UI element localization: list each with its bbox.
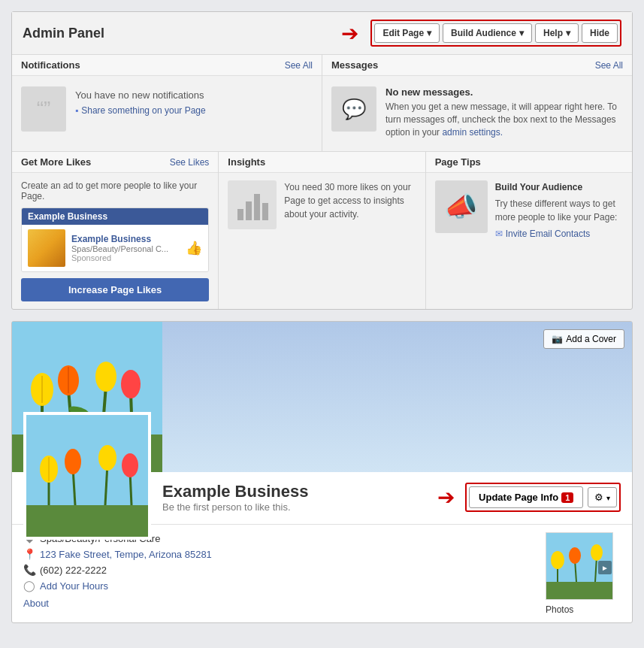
gear-settings-button[interactable]: ⚙ ▾ (588, 487, 617, 507)
profile-name-block: Example Business Be the first person to … (162, 482, 437, 513)
notifications-section: Notifications See All “” You have no new… (12, 55, 322, 151)
ad-biz-name: Example Business (28, 211, 107, 222)
profile-section: 📷 Add a Cover Example Busines (11, 321, 633, 623)
build-audience-text: Try these different ways to get more peo… (495, 197, 623, 224)
get-more-likes-header: Get More Likes See Likes (12, 152, 218, 173)
tips-text: Build Your Audience Try these different … (495, 180, 623, 241)
location-icon: 📍 (23, 548, 35, 560)
increase-page-likes-button[interactable]: Increase Page Likes (21, 278, 209, 301)
add-cover-button[interactable]: 📷 Add a Cover (543, 329, 624, 349)
example-biz-ad: Example Business Example Business Spas/B… (21, 207, 209, 272)
messages-icon: 💬 (331, 86, 376, 132)
messages-title: Messages (331, 59, 378, 71)
page-tips-col: Page Tips 📣 Build Your Audience Try thes… (426, 152, 632, 309)
svg-rect-1 (246, 201, 252, 220)
profile-photo (23, 412, 151, 540)
svg-rect-2 (254, 194, 260, 220)
insights-col: Insights You need 30 more likes on your … (219, 152, 425, 309)
profile-arrow-icon: ➔ (437, 485, 455, 510)
admin-panel-title: Admin Panel (23, 26, 104, 41)
photos-scroll-button[interactable]: ► (598, 561, 612, 574)
ad-biz-name-text: Example Business (71, 234, 180, 244)
page-tips-header: Page Tips (426, 152, 632, 173)
photos-thumbnail-container: ► (546, 532, 613, 600)
messages-see-all-link[interactable]: See All (595, 60, 623, 71)
insights-title: Insights (228, 156, 265, 168)
profile-action-buttons: ➔ Update Page Info 1 ⚙ ▾ (437, 483, 621, 512)
messages-content: No new messages. When you get a new mess… (385, 86, 623, 138)
address-line: 📍 123 Fake Street, Tempe, Arizona 85281 (23, 548, 531, 560)
update-badge: 1 (561, 492, 573, 503)
clock-icon: ◯ (23, 580, 35, 592)
get-more-likes-title: Get More Likes (21, 156, 91, 168)
profile-right-photos: ► Photos (546, 532, 621, 615)
notifications-header: Notifications See All (12, 55, 322, 76)
arrow-icon: ➔ (341, 21, 358, 46)
page-tips-body: 📣 Build Your Audience Try these differen… (426, 173, 632, 248)
get-more-likes-text: Create an ad to get more people to like … (21, 180, 209, 201)
invite-email-link[interactable]: ✉ Invite Email Contacts (495, 227, 623, 241)
build-audience-title: Build Your Audience (495, 180, 623, 194)
messages-section: Messages See All 💬 No new messages. When… (322, 55, 632, 151)
notifications-empty-text: You have no new notifications (75, 86, 206, 101)
bottom-three-col: Get More Likes See Likes Create an ad to… (12, 152, 632, 309)
insights-header: Insights (219, 152, 425, 173)
address-link[interactable]: 123 Fake Street, Tempe, Arizona 85281 (40, 549, 212, 560)
ad-body: Example Business Spas/Beauty/Personal C.… (22, 225, 208, 271)
share-icon: ▪ (75, 105, 78, 116)
phone-icon: 📞 (23, 564, 35, 576)
svg-point-27 (122, 453, 138, 477)
gear-icon: ⚙ (594, 492, 603, 503)
ad-image (28, 229, 65, 267)
gear-chevron-icon: ▾ (606, 494, 610, 502)
insights-body: You need 30 more likes on your Page to g… (219, 173, 425, 237)
get-more-likes-body: Create an ad to get more people to like … (12, 173, 218, 309)
photos-label: Photos (546, 604, 621, 615)
edit-page-button[interactable]: Edit Page ▾ (374, 23, 440, 43)
help-button[interactable]: Help ▾ (535, 23, 579, 43)
messages-header: Messages See All (322, 55, 632, 76)
profile-left-info: ◆ Spas/Beauty/Personal Care 📍 123 Fake S… (23, 532, 531, 615)
see-likes-link[interactable]: See Likes (170, 157, 210, 168)
build-audience-button[interactable]: Build Audience ▾ (443, 23, 532, 43)
invite-icon: ✉ (495, 227, 503, 241)
notifications-see-all-link[interactable]: See All (285, 60, 313, 71)
edit-page-chevron-icon: ▾ (427, 28, 431, 38)
update-page-box: Update Page Info 1 ⚙ ▾ (465, 483, 621, 512)
messages-empty-text: When you get a new message, it will appe… (385, 101, 623, 138)
svg-point-26 (98, 445, 116, 471)
notifications-messages-row: Notifications See All “” You have no new… (12, 55, 632, 152)
hours-line: ◯ Add Your Hours (23, 580, 531, 592)
get-more-likes-col: Get More Likes See Likes Create an ad to… (12, 152, 219, 309)
insights-text: You need 30 more likes on your Page to g… (284, 180, 416, 221)
hide-button[interactable]: Hide (582, 23, 618, 43)
add-hours-link[interactable]: Add Your Hours (40, 580, 108, 592)
page-tips-title: Page Tips (435, 156, 481, 168)
svg-point-15 (121, 370, 141, 398)
share-page-link[interactable]: ▪ Share something on your Page (75, 105, 206, 116)
like-icon: 👍 (186, 240, 202, 256)
phone-line: 📞 (602) 222-2222 (23, 564, 531, 576)
admin-panel: Admin Panel ➔ Edit Page ▾ Build Audience… (11, 11, 633, 310)
notifications-content: You have no new notifications ▪ Share so… (75, 86, 206, 116)
about-link[interactable]: About (23, 598, 531, 609)
camera-icon: 📷 (552, 334, 563, 344)
ad-header: Example Business (22, 208, 208, 225)
phone-text: (602) 222-2222 (40, 565, 107, 576)
profile-tagline: Be the first person to like this. (162, 501, 437, 513)
notifications-body: “” You have no new notifications ▪ Share… (12, 76, 322, 151)
svg-point-34 (551, 551, 564, 569)
update-page-info-button[interactable]: Update Page Info 1 (469, 486, 583, 508)
build-audience-chevron-icon: ▾ (519, 28, 524, 38)
admin-settings-link[interactable]: admin settings. (442, 127, 503, 138)
megaphone-icon: 📣 (435, 180, 488, 233)
ad-sponsored-text: Sponsored (71, 253, 180, 262)
notifications-title: Notifications (21, 59, 80, 71)
svg-rect-0 (237, 209, 243, 220)
insights-chart-icon (228, 180, 277, 229)
profile-name: Example Business (162, 482, 437, 501)
messages-empty-title: No new messages. (385, 86, 623, 98)
ad-info: Example Business Spas/Beauty/Personal C.… (71, 234, 180, 262)
help-chevron-icon: ▾ (566, 28, 570, 38)
svg-point-35 (569, 547, 581, 564)
